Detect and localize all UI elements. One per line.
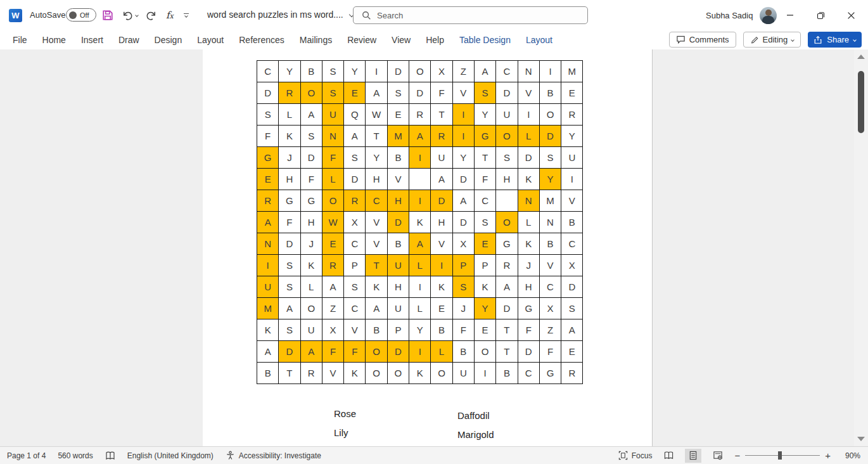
grid-cell[interactable]: P xyxy=(387,319,409,341)
grid-cell[interactable]: D xyxy=(496,298,518,319)
grid-cell[interactable]: R xyxy=(279,82,300,104)
zoom-track[interactable] xyxy=(745,455,820,456)
grid-cell[interactable]: B xyxy=(387,147,409,169)
grid-cell[interactable]: V xyxy=(366,233,387,255)
grid-cell[interactable]: J xyxy=(279,147,300,169)
grid-cell[interactable]: V xyxy=(344,319,366,341)
grid-cell[interactable]: A xyxy=(409,233,431,255)
grid-cell[interactable]: O xyxy=(409,61,431,82)
grid-cell[interactable]: B xyxy=(366,319,387,341)
grid-cell[interactable]: J xyxy=(300,233,322,255)
grid-cell[interactable]: F xyxy=(474,169,495,190)
grid-cell[interactable]: I xyxy=(474,363,495,384)
grid-cell[interactable]: B xyxy=(257,363,279,384)
grid-cell[interactable]: N xyxy=(539,212,561,233)
word-count[interactable]: 560 words xyxy=(58,451,93,460)
grid-cell[interactable]: S xyxy=(279,319,300,341)
grid-cell[interactable]: N xyxy=(518,190,539,212)
grid-cell[interactable]: C xyxy=(366,190,387,212)
grid-cell[interactable]: H xyxy=(366,169,387,190)
grid-cell[interactable]: F xyxy=(300,169,322,190)
grid-cell[interactable]: F xyxy=(431,82,452,104)
search-box[interactable]: Search xyxy=(353,6,588,24)
grid-cell[interactable]: A xyxy=(496,276,518,298)
grid-cell[interactable]: D xyxy=(279,341,300,363)
grid-cell[interactable]: O xyxy=(366,363,387,384)
grid-cell[interactable]: U xyxy=(496,104,518,126)
grid-cell[interactable]: V xyxy=(452,82,474,104)
word-list-item[interactable]: Daffodil xyxy=(457,409,494,428)
grid-cell[interactable]: Y xyxy=(344,61,366,82)
word-app-icon[interactable]: W xyxy=(9,9,22,22)
grid-cell[interactable]: U xyxy=(300,319,322,341)
grid-cell[interactable]: H xyxy=(387,276,409,298)
grid-cell[interactable]: R xyxy=(561,104,583,126)
grid-cell[interactable]: N xyxy=(322,126,343,147)
grid-cell[interactable]: M xyxy=(387,126,409,147)
word-list-item[interactable]: Marigold xyxy=(457,428,494,446)
tab-table-design-contextual[interactable]: Table Design xyxy=(452,30,518,49)
tab-help[interactable]: Help xyxy=(418,30,452,49)
zoom-slider[interactable]: − + xyxy=(734,450,831,461)
grid-cell[interactable]: V xyxy=(322,363,343,384)
grid-cell[interactable]: K xyxy=(431,276,452,298)
tab-layout[interactable]: Layout xyxy=(189,30,231,49)
zoom-thumb[interactable] xyxy=(778,451,782,460)
grid-cell[interactable]: C xyxy=(344,298,366,319)
grid-cell[interactable]: D xyxy=(257,82,279,104)
grid-cell[interactable]: O xyxy=(431,363,452,384)
grid-cell[interactable]: A xyxy=(279,298,300,319)
grid-cell[interactable]: E xyxy=(322,233,343,255)
restore-button[interactable] xyxy=(806,0,835,30)
share-dropdown-icon[interactable] xyxy=(853,38,857,42)
grid-cell[interactable]: F xyxy=(344,341,366,363)
grid-cell[interactable]: I xyxy=(409,147,431,169)
grid-cell[interactable]: U xyxy=(452,363,474,384)
grid-cell[interactable]: B xyxy=(539,233,561,255)
grid-cell[interactable]: N xyxy=(257,233,279,255)
grid-cell[interactable]: U xyxy=(322,104,343,126)
grid-cell[interactable]: K xyxy=(474,276,495,298)
avatar[interactable] xyxy=(760,7,777,24)
grid-cell[interactable]: K xyxy=(366,276,387,298)
grid-cell[interactable]: D xyxy=(518,147,539,169)
grid-cell[interactable]: K xyxy=(300,255,322,276)
tab-layout-contextual[interactable]: Layout xyxy=(518,30,560,49)
grid-cell[interactable]: O xyxy=(300,82,322,104)
grid-cell[interactable]: D xyxy=(561,276,583,298)
grid-cell[interactable]: E xyxy=(474,233,495,255)
tab-file[interactable]: File xyxy=(5,30,35,49)
grid-cell[interactable]: E xyxy=(257,169,279,190)
grid-cell[interactable]: V xyxy=(431,233,452,255)
tab-references[interactable]: References xyxy=(231,30,292,49)
grid-cell[interactable]: C xyxy=(518,363,539,384)
tab-draw[interactable]: Draw xyxy=(111,30,147,49)
grid-cell[interactable]: K xyxy=(344,363,366,384)
word-list-item[interactable]: Lily xyxy=(334,426,356,445)
grid-cell[interactable]: O xyxy=(300,298,322,319)
focus-mode-button[interactable]: Focus xyxy=(618,451,653,460)
grid-cell[interactable]: B xyxy=(452,341,474,363)
zoom-out-icon[interactable]: − xyxy=(734,450,740,461)
grid-cell[interactable]: G xyxy=(300,190,322,212)
grid-cell[interactable]: R xyxy=(496,255,518,276)
grid-cell[interactable]: C xyxy=(344,233,366,255)
grid-cell[interactable]: X xyxy=(561,255,583,276)
grid-cell[interactable]: F xyxy=(257,126,279,147)
grid-cell[interactable]: D xyxy=(300,147,322,169)
tab-design[interactable]: Design xyxy=(147,30,190,49)
grid-cell[interactable]: K xyxy=(518,169,539,190)
grid-cell[interactable]: F xyxy=(518,319,539,341)
grid-cell[interactable]: E xyxy=(561,82,583,104)
grid-cell[interactable]: D xyxy=(452,212,474,233)
grid-cell[interactable]: K xyxy=(409,212,431,233)
grid-cell[interactable]: V xyxy=(561,190,583,212)
undo-button[interactable] xyxy=(121,0,138,30)
grid-cell[interactable] xyxy=(409,169,431,190)
undo-dropdown-icon[interactable] xyxy=(135,13,139,17)
vertical-scrollbar[interactable] xyxy=(854,49,868,446)
grid-cell[interactable]: F xyxy=(322,147,343,169)
grid-cell[interactable]: L xyxy=(279,104,300,126)
zoom-in-icon[interactable]: + xyxy=(825,450,831,461)
grid-cell[interactable]: A xyxy=(322,276,343,298)
